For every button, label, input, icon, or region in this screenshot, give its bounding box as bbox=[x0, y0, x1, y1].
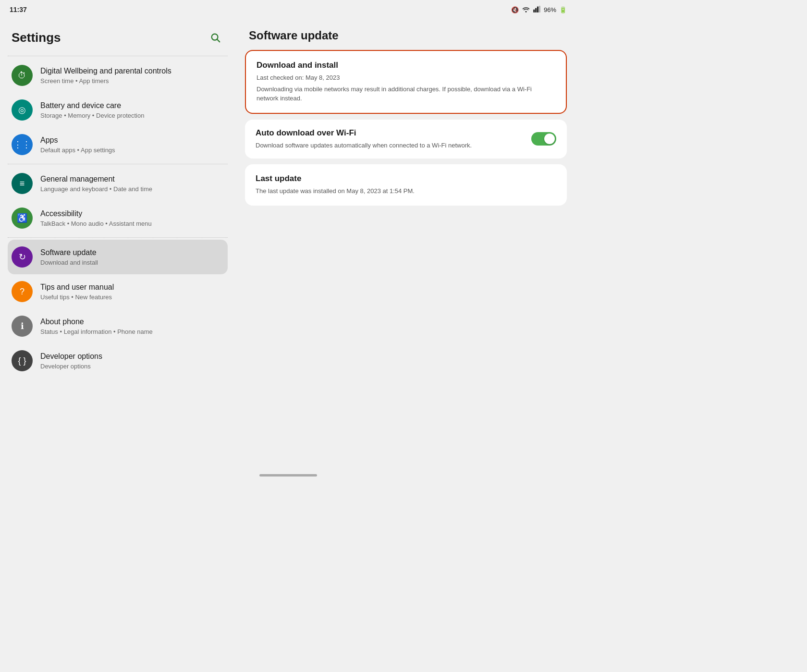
update-card-last-update[interactable]: Last update The last update was installe… bbox=[245, 164, 567, 206]
battery-device-text: Battery and device care Storage • Memory… bbox=[40, 101, 224, 119]
settings-list: ⏱ Digital Wellbeing and parental control… bbox=[8, 58, 228, 378]
card-section-download-install: Download and install Last checked on: Ma… bbox=[246, 51, 566, 113]
card-desc1-last-update: The last update was installed on May 8, … bbox=[256, 186, 556, 196]
digital-wellbeing-subtitle: Screen time • App timers bbox=[40, 77, 224, 85]
sidebar-item-developer-options[interactable]: { } Developer options Developer options bbox=[8, 343, 228, 378]
battery-device-title: Battery and device care bbox=[40, 101, 224, 111]
search-button[interactable] bbox=[207, 29, 224, 46]
settings-title: Settings bbox=[12, 30, 61, 45]
tips-manual-subtitle: Useful tips • New features bbox=[40, 293, 224, 301]
software-update-text: Software update Download and install bbox=[40, 248, 224, 266]
battery-icon: 🔋 bbox=[559, 6, 567, 13]
general-management-title: General management bbox=[40, 174, 224, 184]
software-update-panel: Software update Download and install Las… bbox=[235, 19, 576, 480]
about-phone-text: About phone Status • Legal information •… bbox=[40, 317, 224, 335]
settings-header: Settings bbox=[8, 19, 228, 54]
developer-options-icon: { } bbox=[12, 350, 33, 371]
digital-wellbeing-text: Digital Wellbeing and parental controls … bbox=[40, 66, 224, 85]
svg-rect-0 bbox=[533, 9, 535, 12]
bottom-nav-indicator bbox=[259, 474, 317, 477]
digital-wellbeing-icon: ⏱ bbox=[12, 65, 33, 86]
card-section-last-update: Last update The last update was installe… bbox=[245, 164, 567, 206]
card-row-auto-download: Auto download over Wi-Fi Download softwa… bbox=[245, 120, 567, 159]
card-title-last-update: Last update bbox=[256, 174, 556, 183]
about-phone-icon: ℹ bbox=[12, 316, 33, 337]
settings-left-panel: Settings ⏱ Digital Wellbeing and parenta… bbox=[0, 19, 235, 480]
apps-text: Apps Default apps • App settings bbox=[40, 135, 224, 154]
update-card-auto-download[interactable]: Auto download over Wi-Fi Download softwa… bbox=[245, 120, 567, 159]
sidebar-item-apps[interactable]: ⋮⋮ Apps Default apps • App settings bbox=[8, 127, 228, 162]
card-title-download-install: Download and install bbox=[257, 61, 555, 70]
svg-rect-1 bbox=[535, 8, 537, 12]
developer-options-title: Developer options bbox=[40, 352, 224, 362]
status-icons: 🔇 96% 🔋 bbox=[511, 6, 567, 14]
accessibility-text: Accessibility TalkBack • Mono audio • As… bbox=[40, 209, 224, 227]
update-cards-list: Download and install Last checked on: Ma… bbox=[245, 50, 567, 206]
tips-manual-icon: ? bbox=[12, 281, 33, 302]
software-update-header: Software update bbox=[245, 19, 567, 50]
about-phone-subtitle: Status • Legal information • Phone name bbox=[40, 328, 224, 335]
developer-options-subtitle: Developer options bbox=[40, 363, 224, 370]
signal-icon bbox=[533, 6, 541, 14]
card-desc1-download-install: Last checked on: May 8, 2023 bbox=[257, 73, 555, 83]
accessibility-icon: ♿ bbox=[12, 208, 33, 229]
software-update-title: Software update bbox=[40, 248, 224, 258]
card-title-auto-download: Auto download over Wi-Fi bbox=[256, 128, 531, 138]
main-layout: Settings ⏱ Digital Wellbeing and parenta… bbox=[0, 19, 576, 480]
sidebar-item-accessibility[interactable]: ♿ Accessibility TalkBack • Mono audio • … bbox=[8, 201, 228, 235]
battery-device-subtitle: Storage • Memory • Device protection bbox=[40, 112, 224, 119]
svg-line-5 bbox=[217, 39, 220, 42]
tips-manual-title: Tips and user manual bbox=[40, 282, 224, 293]
general-management-subtitle: Language and keyboard • Date and time bbox=[40, 185, 224, 193]
general-management-icon: ≡ bbox=[12, 173, 33, 194]
apps-title: Apps bbox=[40, 135, 224, 146]
divider-top bbox=[8, 56, 228, 56]
digital-wellbeing-title: Digital Wellbeing and parental controls bbox=[40, 66, 224, 76]
battery-level: 96% bbox=[544, 6, 556, 13]
status-bar: 11:37 🔇 96% 🔋 bbox=[0, 0, 576, 19]
divider-software-update bbox=[8, 237, 228, 238]
sidebar-item-battery-device[interactable]: ◎ Battery and device care Storage • Memo… bbox=[8, 93, 228, 127]
svg-rect-3 bbox=[539, 6, 540, 12]
software-update-icon: ↻ bbox=[12, 246, 33, 268]
sidebar-item-tips-manual[interactable]: ? Tips and user manual Useful tips • New… bbox=[8, 274, 228, 309]
software-update-subtitle: Download and install bbox=[40, 259, 224, 266]
accessibility-subtitle: TalkBack • Mono audio • Assistant menu bbox=[40, 220, 224, 227]
apps-icon: ⋮⋮ bbox=[12, 134, 33, 155]
card-desc2-download-install: Downloading via mobile networks may resu… bbox=[257, 85, 555, 103]
accessibility-title: Accessibility bbox=[40, 209, 224, 219]
status-time: 11:37 bbox=[10, 6, 27, 13]
about-phone-title: About phone bbox=[40, 317, 224, 327]
sidebar-item-digital-wellbeing[interactable]: ⏱ Digital Wellbeing and parental control… bbox=[8, 58, 228, 93]
tips-manual-text: Tips and user manual Useful tips • New f… bbox=[40, 282, 224, 301]
update-card-download-install[interactable]: Download and install Last checked on: Ma… bbox=[245, 50, 567, 114]
software-update-title: Software update bbox=[249, 29, 563, 42]
sidebar-item-software-update[interactable]: ↻ Software update Download and install bbox=[8, 240, 228, 274]
svg-rect-2 bbox=[537, 6, 538, 12]
general-management-text: General management Language and keyboard… bbox=[40, 174, 224, 193]
mute-icon: 🔇 bbox=[511, 6, 519, 13]
wifi-icon bbox=[522, 6, 530, 14]
developer-options-text: Developer options Developer options bbox=[40, 352, 224, 370]
apps-subtitle: Default apps • App settings bbox=[40, 147, 224, 154]
battery-device-icon: ◎ bbox=[12, 99, 33, 121]
card-desc-auto-download: Download software updates automatically … bbox=[256, 141, 531, 150]
divider-general-management bbox=[8, 164, 228, 164]
sidebar-item-about-phone[interactable]: ℹ About phone Status • Legal information… bbox=[8, 309, 228, 343]
toggle-auto-download[interactable] bbox=[531, 132, 556, 146]
card-row-text-auto-download: Auto download over Wi-Fi Download softwa… bbox=[256, 128, 531, 150]
sidebar-item-general-management[interactable]: ≡ General management Language and keyboa… bbox=[8, 166, 228, 201]
